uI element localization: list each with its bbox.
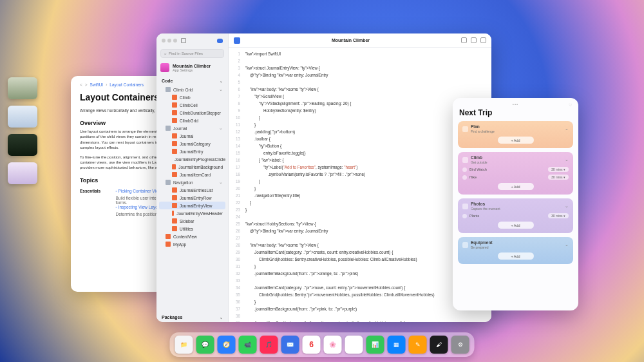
search-input[interactable]: ⌕ Find in Source Files bbox=[160, 49, 224, 58]
library-button[interactable] bbox=[471, 37, 477, 43]
file-tree-item[interactable]: JournalItemBackground bbox=[159, 163, 225, 171]
file-tree-item[interactable]: Climb Grid⌄ bbox=[159, 86, 225, 93]
file-tree-item[interactable]: Journal bbox=[159, 132, 225, 140]
file-tree-item[interactable]: JournalCategory bbox=[159, 140, 225, 148]
swift-file-icon bbox=[172, 102, 177, 108]
file-tree-item[interactable]: JournalItemCard bbox=[159, 171, 225, 178]
preview-title: Next Trip bbox=[459, 108, 572, 117]
folder-icon bbox=[166, 126, 171, 131]
stage-thumbnail-notes-app[interactable] bbox=[8, 162, 37, 184]
stage-thumbnail-safari-window[interactable] bbox=[8, 106, 37, 128]
bird-icon bbox=[462, 167, 467, 172]
dock-messages-icon[interactable]: 💬 bbox=[196, 336, 214, 354]
file-tree-item[interactable]: MyApp bbox=[159, 240, 225, 248]
xcode-editor-area: Mountain Climber 12345678910111213141516… bbox=[229, 33, 491, 322]
crumb-swiftui[interactable]: SwiftUI bbox=[90, 82, 104, 87]
file-tree-item[interactable]: JournalEntryViewHeader bbox=[159, 209, 225, 217]
file-tree-item[interactable]: JournalEntry bbox=[159, 148, 225, 155]
code-editor[interactable]: 1234567891011121314151617181920212223242… bbox=[229, 48, 491, 322]
file-tree-item[interactable]: JournalEntryView bbox=[159, 202, 225, 209]
duration-badge[interactable]: 30 mins ▾ bbox=[548, 175, 569, 180]
dock-facetime-icon[interactable]: 📹 bbox=[239, 336, 257, 354]
card-title: Photos bbox=[471, 202, 485, 206]
duration-badge[interactable]: 30 mins ▾ bbox=[548, 167, 569, 172]
file-tree-item[interactable]: Journal⌄ bbox=[159, 124, 225, 132]
preview-card-photos[interactable]: Photos Capture the moment ⌄ Plants 30 mi… bbox=[458, 198, 573, 233]
file-tree-item[interactable]: Navigation⌄ bbox=[159, 178, 225, 186]
dock-mail-icon[interactable]: ✉️ bbox=[281, 336, 299, 354]
chevron-down-icon[interactable]: ⌄ bbox=[565, 126, 569, 131]
stage-thumbnail-day3-fitness[interactable] bbox=[8, 134, 37, 156]
swift-file-icon bbox=[172, 172, 177, 177]
file-tree-item[interactable]: ClimbCell bbox=[159, 101, 225, 109]
dock-settings-icon[interactable]: ⚙ bbox=[451, 336, 469, 354]
chevron-down-icon[interactable]: ⌄ bbox=[565, 204, 569, 209]
dock-safari-icon[interactable]: 🧭 bbox=[218, 336, 236, 354]
file-tree-item[interactable]: Sidebar bbox=[159, 217, 225, 225]
file-tree-item[interactable]: JournalEntryRow bbox=[159, 194, 225, 202]
file-tree-item[interactable]: ClimbGrid bbox=[159, 117, 225, 124]
inspectors-button[interactable] bbox=[480, 37, 486, 43]
chevron-right-icon: › bbox=[106, 82, 107, 87]
card-title: Climb bbox=[471, 155, 482, 160]
chevron-down-icon[interactable]: ⌄ bbox=[565, 242, 569, 247]
folder-icon bbox=[166, 180, 171, 185]
swift-file-icon bbox=[172, 226, 177, 231]
nav-forward-icon[interactable]: > bbox=[85, 82, 88, 87]
file-label: JournalEntryView bbox=[180, 204, 212, 208]
search-placeholder: Find in Source Files bbox=[169, 52, 203, 55]
file-tree-item[interactable]: Climb bbox=[159, 93, 225, 101]
file-tree-item[interactable]: ClimbDurationStepper bbox=[159, 109, 225, 117]
navigator-icon[interactable] bbox=[181, 38, 186, 43]
code-section-header[interactable]: Code⌄ bbox=[156, 76, 228, 86]
file-label: JournalItemCard bbox=[180, 173, 211, 177]
file-tree-item[interactable]: ContentView bbox=[159, 233, 225, 240]
nav-back-icon[interactable]: < bbox=[80, 82, 82, 87]
file-tree-item[interactable]: JournalEntryProgressCircle bbox=[159, 155, 225, 163]
add-button[interactable] bbox=[461, 37, 467, 43]
chevron-down-icon[interactable]: ⌄ bbox=[565, 157, 569, 162]
run-button[interactable] bbox=[234, 37, 240, 44]
card-row[interactable]: Plants 30 mins ▾ bbox=[462, 213, 569, 218]
card-row[interactable]: Hike 30 mins ▾ bbox=[462, 175, 569, 180]
source-control-icon[interactable] bbox=[217, 39, 223, 43]
window-controls[interactable] bbox=[162, 39, 177, 43]
packages-section-header[interactable]: Packages⌄ bbox=[156, 312, 228, 322]
dock-reminders-icon[interactable]: ≣ bbox=[345, 336, 363, 354]
add-button[interactable]: + Add bbox=[498, 183, 534, 190]
duration-badge[interactable]: 30 mins ▾ bbox=[548, 213, 569, 218]
dock-music-icon[interactable]: 🎵 bbox=[260, 336, 278, 354]
drag-handle-icon[interactable]: ••• bbox=[513, 102, 518, 106]
chevron-down-icon: ⌄ bbox=[219, 180, 223, 185]
file-label: Journal bbox=[173, 126, 187, 131]
dock-procreate-icon[interactable]: 🖌 bbox=[430, 336, 448, 354]
file-label: ClimbGrid bbox=[180, 119, 198, 123]
file-label: Utilities bbox=[180, 227, 193, 231]
dock-photos-icon[interactable]: 🌸 bbox=[324, 336, 342, 354]
preview-card-equip[interactable]: Equipment Be prepared ⌄ + Add bbox=[458, 237, 573, 264]
stage-thumbnail-outdoor-living[interactable] bbox=[8, 77, 37, 99]
add-button[interactable]: + Add bbox=[498, 137, 534, 144]
dock-numbers-icon[interactable]: 📊 bbox=[366, 336, 384, 354]
leaf-icon bbox=[462, 214, 467, 218]
add-button[interactable]: + Add bbox=[498, 252, 534, 260]
stage-manager-strip bbox=[8, 77, 37, 184]
file-tree-item[interactable]: JournalEntriesList bbox=[159, 186, 225, 194]
project-header[interactable]: Mountain Climber App Settings bbox=[156, 62, 228, 76]
file-tree-item[interactable]: Utilities bbox=[159, 225, 225, 233]
dock-keynote-icon[interactable]: ▦ bbox=[388, 336, 406, 354]
file-label: Sidebar bbox=[180, 219, 194, 224]
xcode-toolbar: Mountain Climber bbox=[229, 33, 491, 48]
line-gutter: 1234567891011121314151617181920212223242… bbox=[229, 48, 243, 322]
swift-file-icon bbox=[172, 203, 177, 208]
preview-card-plan[interactable]: Plan Find a challenge ⌄ + Add bbox=[458, 121, 573, 148]
card-subtitle: Capture the moment bbox=[471, 207, 500, 211]
add-button[interactable]: + Add bbox=[498, 222, 534, 229]
card-row[interactable]: Bird Watch 30 mins ▾ bbox=[462, 167, 569, 172]
preview-card-climb[interactable]: Climb Get outside ⌄ Bird Watch 30 mins ▾… bbox=[458, 152, 573, 195]
dock-calendar-icon[interactable]: 6 bbox=[303, 336, 321, 354]
dock-pages-icon[interactable]: ✎ bbox=[409, 336, 427, 354]
hike-icon bbox=[462, 175, 467, 180]
favorite-icon[interactable]: ♡ bbox=[569, 102, 572, 107]
dock-files-icon[interactable]: 📁 bbox=[175, 336, 193, 354]
